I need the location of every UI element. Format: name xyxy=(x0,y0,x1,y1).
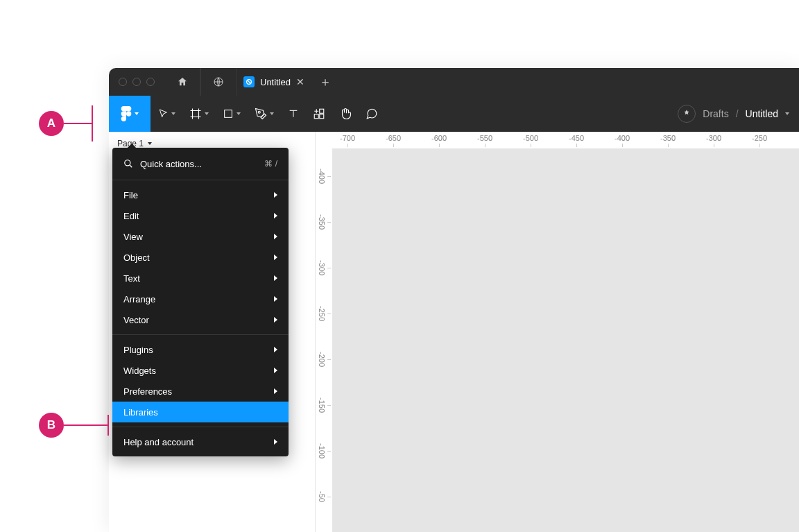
menu-item-arrange[interactable]: Arrange xyxy=(112,289,289,309)
ruler-mark: -50 xyxy=(318,491,326,502)
avatar-icon xyxy=(682,109,691,119)
menu-item-label: Text xyxy=(123,273,140,284)
menu-item-label: File xyxy=(123,190,138,200)
menu-item-help-and-account[interactable]: Help and account xyxy=(112,431,289,452)
quick-actions-label: Quick actions... xyxy=(140,159,202,169)
menu-item-libraries[interactable]: Libraries xyxy=(112,402,289,422)
move-tool[interactable] xyxy=(151,96,182,132)
submenu-arrow-icon xyxy=(274,296,277,302)
callout-badge-a: A xyxy=(39,111,64,136)
callout-line xyxy=(64,123,92,124)
ruler-vertical: -400-350-300-250-200-150-100-50 xyxy=(316,148,332,532)
team-avatar[interactable] xyxy=(678,105,696,123)
svg-rect-11 xyxy=(320,109,324,113)
callout-line xyxy=(64,424,108,426)
ruler-mark: -150 xyxy=(318,397,326,413)
menu-item-object[interactable]: Object xyxy=(112,247,289,268)
chevron-down-icon xyxy=(171,112,175,115)
submenu-arrow-icon xyxy=(274,439,277,445)
toolbar: Drafts / Untitled xyxy=(109,96,799,132)
ruler-mark: -300 xyxy=(318,260,326,275)
menu-item-widgets[interactable]: Widgets xyxy=(112,360,289,381)
callout-a: A xyxy=(39,105,93,141)
menu-divider xyxy=(112,180,289,180)
frame-tool[interactable] xyxy=(182,96,216,132)
submenu-arrow-icon xyxy=(274,388,277,394)
menu-item-file[interactable]: File xyxy=(112,185,289,205)
hand-tool[interactable] xyxy=(332,96,359,132)
menu-item-text[interactable]: Text xyxy=(112,268,289,289)
menu-item-edit[interactable]: Edit xyxy=(112,205,289,226)
menu-item-label: View xyxy=(123,232,143,242)
callout-b: B xyxy=(39,413,109,438)
callout-bracket xyxy=(92,105,93,141)
close-window-icon[interactable] xyxy=(119,78,127,86)
file-tab-title: Untitled xyxy=(260,77,291,87)
breadcrumb: Drafts / Untitled xyxy=(678,105,799,123)
text-tool[interactable] xyxy=(281,96,306,132)
submenu-arrow-icon xyxy=(274,255,277,260)
menu-item-vector[interactable]: Vector xyxy=(112,309,289,330)
svg-rect-10 xyxy=(320,114,324,119)
resources-tool[interactable] xyxy=(306,96,332,132)
breadcrumb-divider: / xyxy=(736,108,739,119)
menu-item-label: Help and account xyxy=(123,437,194,447)
minimize-window-icon[interactable] xyxy=(132,78,141,86)
breadcrumb-location[interactable]: Drafts xyxy=(703,108,728,119)
svg-line-2 xyxy=(248,80,251,84)
hand-icon xyxy=(339,108,352,120)
maximize-window-icon[interactable] xyxy=(146,78,155,86)
new-tab-button[interactable]: ＋ xyxy=(311,74,339,90)
svg-point-14 xyxy=(125,160,130,166)
ruler-mark: -300 xyxy=(706,134,721,147)
menu-item-label: Arrange xyxy=(123,294,155,304)
titlebar: Untitled ✕ ＋ xyxy=(109,68,799,96)
shape-tool[interactable] xyxy=(216,96,248,132)
comment-tool[interactable] xyxy=(359,96,385,132)
menu-item-label: Widgets xyxy=(123,366,156,376)
chevron-down-icon xyxy=(148,142,152,145)
ruler-mark: -500 xyxy=(523,134,538,147)
search-icon xyxy=(123,159,133,169)
quick-actions-item[interactable]: Quick actions... ⌘ / xyxy=(112,152,289,175)
submenu-arrow-icon xyxy=(274,347,277,352)
chevron-down-icon xyxy=(237,112,241,115)
menu-item-label: Vector xyxy=(123,315,149,325)
menu-item-preferences[interactable]: Preferences xyxy=(112,381,289,402)
menu-item-label: Plugins xyxy=(123,345,153,355)
submenu-arrow-icon xyxy=(274,213,277,218)
ruler-mark: -650 xyxy=(386,134,401,147)
figma-logo-icon xyxy=(121,106,132,121)
home-icon xyxy=(177,76,188,87)
cursor-icon xyxy=(157,108,169,119)
quick-actions-shortcut: ⌘ / xyxy=(264,159,277,169)
close-tab-icon[interactable]: ✕ xyxy=(296,76,304,87)
canvas-area: -700-650-600-550-500-450-400-350-300-250… xyxy=(316,132,799,532)
home-tab[interactable] xyxy=(164,68,200,96)
chevron-down-icon xyxy=(205,112,209,115)
figma-file-icon xyxy=(243,76,255,87)
menu-item-plugins[interactable]: Plugins xyxy=(112,339,289,360)
ruler-mark: -200 xyxy=(318,352,326,367)
community-tab[interactable] xyxy=(200,68,237,96)
file-tab[interactable]: Untitled ✕ xyxy=(237,68,311,96)
svg-point-8 xyxy=(258,111,260,113)
ruler-mark: -250 xyxy=(752,134,767,147)
pen-tool[interactable] xyxy=(248,96,281,132)
chevron-down-icon[interactable] xyxy=(785,112,789,115)
main-menu-dropdown: Quick actions... ⌘ / FileEditViewObjectT… xyxy=(112,148,289,456)
ruler-mark: -100 xyxy=(318,443,326,458)
comment-icon xyxy=(366,108,378,120)
pen-icon xyxy=(255,108,267,120)
svg-line-15 xyxy=(130,165,132,168)
menu-item-label: Edit xyxy=(123,211,139,221)
submenu-arrow-icon xyxy=(274,234,277,239)
menu-divider xyxy=(112,334,289,335)
main-menu-button[interactable] xyxy=(109,96,151,132)
menu-item-view[interactable]: View xyxy=(112,226,289,247)
menu-item-label: Preferences xyxy=(123,386,172,397)
globe-icon xyxy=(213,76,224,87)
resources-icon xyxy=(313,108,325,120)
breadcrumb-file[interactable]: Untitled xyxy=(746,108,778,119)
canvas[interactable] xyxy=(332,148,799,532)
